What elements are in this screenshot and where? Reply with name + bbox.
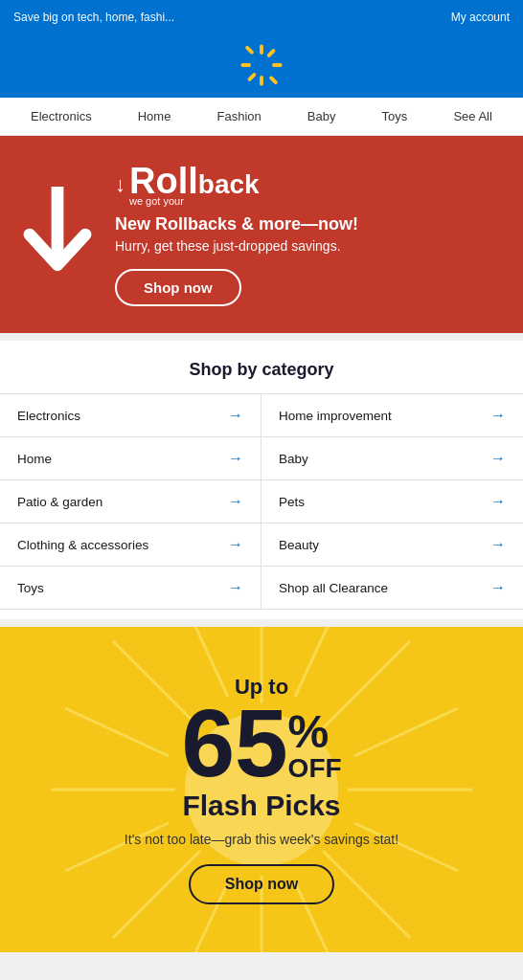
svg-rect-1 <box>260 76 263 86</box>
account-link[interactable]: My account <box>451 11 510 24</box>
flash-off-text: OFF <box>288 755 342 782</box>
logo-bar <box>0 34 523 98</box>
category-label-electronics: Electronics <box>17 409 80 423</box>
roll-text: Roll <box>129 163 198 199</box>
category-home[interactable]: Home → <box>0 437 262 480</box>
hero-banner: ↓ Roll back we got your New Rollbacks & … <box>0 136 523 333</box>
svg-rect-5 <box>247 72 257 81</box>
category-title: Shop by category <box>0 360 523 380</box>
nav-fashion[interactable]: Fashion <box>214 107 265 125</box>
arrow-right-icon-baby: → <box>490 450 506 467</box>
arrow-right-icon-clothing: → <box>228 536 243 553</box>
category-label-toys: Toys <box>17 581 44 595</box>
rollback-down-icon: ↓ <box>115 172 125 197</box>
svg-rect-2 <box>240 63 251 67</box>
category-label-home: Home <box>17 452 52 466</box>
promo-text: Save big on tech, home, fashi... <box>13 11 174 24</box>
hero-shop-now-button[interactable]: Shop now <box>115 269 241 306</box>
category-label-patio-garden: Patio & garden <box>17 495 102 509</box>
flash-subtext: It's not too late—grab this week's savin… <box>125 832 398 847</box>
svg-rect-6 <box>244 45 254 55</box>
svg-rect-4 <box>266 48 276 57</box>
arrow-right-icon-pets: → <box>490 493 506 510</box>
arrow-right-icon-clearance: → <box>490 579 506 596</box>
svg-rect-0 <box>260 44 263 55</box>
category-pets[interactable]: Pets → <box>262 480 523 523</box>
nav-see-all[interactable]: See All <box>449 107 495 125</box>
category-section: Shop by category Electronics → Home impr… <box>0 341 523 619</box>
category-beauty[interactable]: Beauty → <box>262 523 523 567</box>
flash-pct-sign: % <box>288 709 330 755</box>
arrow-right-icon-home: → <box>228 450 243 467</box>
nav-toys[interactable]: Toys <box>378 107 412 125</box>
nav-electronics[interactable]: Electronics <box>27 107 96 125</box>
walmart-logo[interactable] <box>239 42 284 88</box>
arrow-right-icon-home-improvement: → <box>490 407 506 424</box>
category-electronics[interactable]: Electronics → <box>0 394 262 437</box>
nav-home[interactable]: Home <box>134 107 175 125</box>
category-label-beauty: Beauty <box>279 538 319 552</box>
svg-rect-7 <box>268 76 278 85</box>
flash-content: Up to 65 % OFF Flash Picks It's not too … <box>125 675 398 904</box>
category-baby[interactable]: Baby → <box>262 437 523 480</box>
category-patio-garden[interactable]: Patio & garden → <box>0 480 262 523</box>
rollback-title: ↓ Roll back we got your <box>115 163 504 207</box>
hero-headline: New Rollbacks & more—now! <box>115 214 504 234</box>
nav-bar: Electronics Home Fashion Baby Toys See A… <box>0 98 523 136</box>
flash-pct-off: % OFF <box>288 709 342 782</box>
nav-baby[interactable]: Baby <box>304 107 340 125</box>
arrow-right-icon-beauty: → <box>490 536 506 553</box>
svg-rect-3 <box>272 63 283 67</box>
flash-shop-now-button[interactable]: Shop now <box>189 864 334 904</box>
category-clothing-accessories[interactable]: Clothing & accessories → <box>0 523 262 567</box>
category-label-baby: Baby <box>279 452 308 466</box>
flash-percent-display: 65 % OFF <box>125 700 398 786</box>
category-grid: Electronics → Home improvement → Home → … <box>0 393 523 610</box>
category-label-clothing: Clothing & accessories <box>17 538 148 552</box>
arrow-right-icon-patio: → <box>228 493 243 510</box>
flash-picks-label: Flash Picks <box>125 790 398 822</box>
rollback-text: Roll back we got your <box>129 163 260 207</box>
category-label-home-improvement: Home improvement <box>279 409 392 423</box>
top-bar: Save big on tech, home, fashi... My acco… <box>0 0 523 34</box>
back-text: back <box>198 169 260 200</box>
arrow-right-icon-electronics: → <box>228 407 243 424</box>
flash-banner: Up to 65 % OFF Flash Picks It's not too … <box>0 627 523 952</box>
flash-number: 65 <box>181 700 287 786</box>
hero-content: ↓ Roll back we got your New Rollbacks & … <box>115 163 504 306</box>
arrow-right-icon-toys: → <box>228 579 243 596</box>
hero-down-arrow <box>19 187 96 282</box>
hero-subtext: Hurry, get these just-dropped savings. <box>115 238 504 254</box>
category-toys[interactable]: Toys → <box>0 567 262 610</box>
category-home-improvement[interactable]: Home improvement → <box>262 394 523 437</box>
category-label-clearance: Shop all Clearance <box>279 581 388 595</box>
category-clearance[interactable]: Shop all Clearance → <box>262 567 523 610</box>
category-label-pets: Pets <box>279 495 305 509</box>
